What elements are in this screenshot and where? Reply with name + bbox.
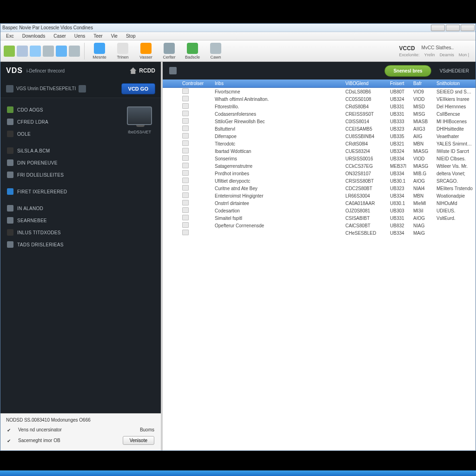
toolbar-label: Mesnte xyxy=(93,55,106,60)
footer-label: Sacerneght imor OB xyxy=(18,438,60,443)
cell: Ibartad Wdottican xyxy=(212,149,326,154)
sidebar-item-oole[interactable]: OOLE xyxy=(0,128,118,140)
toolbar-mesnte-button[interactable]: Mesnte xyxy=(88,43,111,60)
file-icon xyxy=(182,170,189,176)
menu-caser[interactable]: Caser xyxy=(50,33,70,40)
sidebar-item-in-alanod[interactable]: IN ALANOD xyxy=(0,202,118,214)
save-icon[interactable] xyxy=(30,46,41,57)
table-row[interactable]: CodasersnfolersnesCREISS9S0TUB331MISGCsl… xyxy=(163,110,476,118)
table-row[interactable]: BsltuttervlCCEISAMB5UB323AIIG3DHIHsitted… xyxy=(163,125,476,132)
col-header[interactable]: Bafr xyxy=(410,81,434,86)
cell: ON32S8107 xyxy=(343,171,387,176)
cell: CREISS9S0T xyxy=(343,112,387,117)
table-row[interactable]: Curitne atnd Ate BeyCDC2S80BTUB323NIAl4M… xyxy=(163,185,476,192)
table-row[interactable]: Pnrdhot irronbesON32S8107UB334MIB.Gdelte… xyxy=(163,170,476,177)
cell: AIIG3 xyxy=(410,126,434,132)
list-icon[interactable] xyxy=(56,46,67,57)
close-button[interactable] xyxy=(461,25,475,31)
cell: NIAl4 xyxy=(410,186,434,191)
table-row[interactable]: Simaitel fspitlCSISABIBTUB331AIOGVsltEur… xyxy=(163,214,476,222)
cell: Codasersnfolersnes xyxy=(212,112,326,117)
cell: AIOG xyxy=(410,216,434,221)
cell: UB323 xyxy=(387,126,410,132)
table-row[interactable]: SatagerrenstrutrreCCkCS37EGMEB37lMIASGWt… xyxy=(163,162,476,170)
tab-icon[interactable] xyxy=(169,67,177,74)
table-row[interactable]: FivortscmneCDsLS80B6UB80TVIO9SEIEED snd … xyxy=(163,88,476,95)
table-row[interactable]: Whath oftimnl Anitrinalton.CC0SS0108UB32… xyxy=(163,95,476,103)
new-icon[interactable] xyxy=(4,46,15,57)
table-row[interactable]: SttiloGer Rirewollsh BecC0ISS8014UB333MI… xyxy=(163,118,476,125)
menu-downloads[interactable]: Downloads xyxy=(19,33,49,40)
vcd-go-button[interactable]: VCD GO xyxy=(121,83,155,94)
minimize-button[interactable] xyxy=(431,25,445,31)
sidebar-item-silsla-a-bcm[interactable]: SiLSLA A.BCM xyxy=(0,145,118,157)
col-header[interactable]: Controlser xyxy=(179,81,212,86)
col-header[interactable]: ViBOGlend xyxy=(343,81,387,86)
cell: Ml IHIBocenes xyxy=(434,119,476,124)
sidebar: VDS i-Defincer threcord RCDD VGS Unrin D… xyxy=(0,62,161,450)
file-icon xyxy=(182,192,189,198)
sidebar-header: VDS i-Defincer threcord RCDD xyxy=(0,62,161,79)
menu-uens[interactable]: Uens xyxy=(71,33,89,40)
sidebar-item-firet-ixerlerred[interactable]: FIRET IXERLERERED xyxy=(0,185,118,198)
sidebar-item-cfred-ldra[interactable]: CFRED LDRA xyxy=(0,116,118,128)
col-header[interactable]: Snitholoton xyxy=(434,81,476,86)
table-row[interactable]: Enteteroimst HingignterLR66S3004UB334MBN… xyxy=(163,192,476,199)
sidebar-item-tads-drislerieas[interactable]: TADS DRISLERIEAS xyxy=(0,238,118,251)
sidebar-hdr-right[interactable]: RCDD xyxy=(139,67,155,74)
sidebar-item-searnebee[interactable]: SEARNEBEE xyxy=(0,214,118,226)
copy-icon[interactable] xyxy=(43,46,54,57)
device-icon[interactable] xyxy=(127,106,152,125)
brand-subtitle: i-Defincer threcord xyxy=(26,68,65,73)
col-header[interactable]: Fnisert xyxy=(387,81,410,86)
sidebar-item-frl-doleisleites[interactable]: FRl DOLELISLEITES xyxy=(0,169,118,181)
table-row[interactable]: Opefterur CorrrenensdeCAlCS80BTUB832NIAG xyxy=(163,222,476,229)
table-row[interactable]: Onstrrl dirtainteeCA0A018AARU830.1MIeMlN… xyxy=(163,199,476,207)
file-icon xyxy=(182,178,189,183)
file-icon xyxy=(182,148,189,153)
menu-stop[interactable]: Stop xyxy=(122,33,139,40)
check-icon[interactable]: ✔ xyxy=(7,428,12,432)
menu-exc[interactable]: Exc xyxy=(2,33,18,40)
shared-button[interactable]: Snenesl bres xyxy=(384,65,431,77)
toolbar-vasser-button[interactable]: Vasser xyxy=(135,43,157,60)
main-hdr-right[interactable]: VSdHEDEIER xyxy=(440,68,469,73)
footer-button[interactable]: Venisote xyxy=(123,436,154,445)
table-row[interactable]: Ibartad WdotticanCUES832I4UB324MIASGIWis… xyxy=(163,147,476,155)
sidebar-item-inlus-titdxodes[interactable]: INLUS TITDXODES xyxy=(0,226,118,238)
table-row[interactable]: SonserirnsURSISS0016UB334VIODNIEID Clbse… xyxy=(163,155,476,162)
cell: UB80T xyxy=(387,89,410,94)
cell xyxy=(179,178,212,184)
vasser-icon xyxy=(140,43,152,54)
print-icon[interactable] xyxy=(69,46,80,57)
toolbar-trinen-button[interactable]: Trinen xyxy=(112,43,134,60)
table-row[interactable]: TiterodotcCRdtS08l4UB321MBNYALES Snirnnt… xyxy=(163,140,476,147)
column-header[interactable]: ControlserIribsViBOGlendFnisertBafrSnith… xyxy=(163,79,476,88)
toolbar-badscle-button[interactable]: Badscle xyxy=(181,43,204,60)
sidebar-item-din-poreinuve[interactable]: DIN PORENEUVE xyxy=(0,157,118,169)
toolbar-label: Badscle xyxy=(185,55,200,60)
col-header[interactable]: Iribs xyxy=(212,81,326,86)
open-icon[interactable] xyxy=(17,46,28,57)
table-row[interactable]: DiferrapoeCU8SSBINB4UB335AlIGVeaethater xyxy=(163,132,476,140)
table-row[interactable]: Ufiltiet dlerypoctcCRSISS80BTUB30.1AIOGS… xyxy=(163,177,476,185)
sidebar-item-cdo-dogs[interactable]: CDO AOGS xyxy=(0,104,118,116)
toolbar-cawn-button[interactable]: Cawn xyxy=(205,43,227,60)
table-row[interactable]: Fttorestrillo.CRdS80B4UB331MISDDel Hlern… xyxy=(163,103,476,110)
cell: Wtileer Vis. Mr. xyxy=(434,164,476,169)
home-icon[interactable] xyxy=(130,67,136,74)
cell: URSISS0016 xyxy=(343,156,387,161)
toolbar-cerlter-button[interactable]: Cerlter xyxy=(158,43,180,60)
maximize-button[interactable] xyxy=(446,25,460,31)
file-list[interactable]: ControlserIribsViBOGlendFnisertBafrSnith… xyxy=(163,79,476,450)
check-icon[interactable]: ✔ xyxy=(7,438,12,443)
file-icon xyxy=(182,200,189,205)
menu-teer[interactable]: Teer xyxy=(90,33,106,40)
table-row[interactable]: CodesartionOJZ0S8081UB303MI3iIUDIEUS. xyxy=(163,207,476,214)
taskbar[interactable] xyxy=(0,470,476,476)
cell: Del Hlernnnes xyxy=(434,104,476,109)
table-row[interactable]: CHeSESBLEDUB334MAiG xyxy=(163,229,476,237)
file-icon xyxy=(182,215,189,220)
menu-vie[interactable]: Vie xyxy=(107,33,121,40)
cell xyxy=(179,207,212,214)
